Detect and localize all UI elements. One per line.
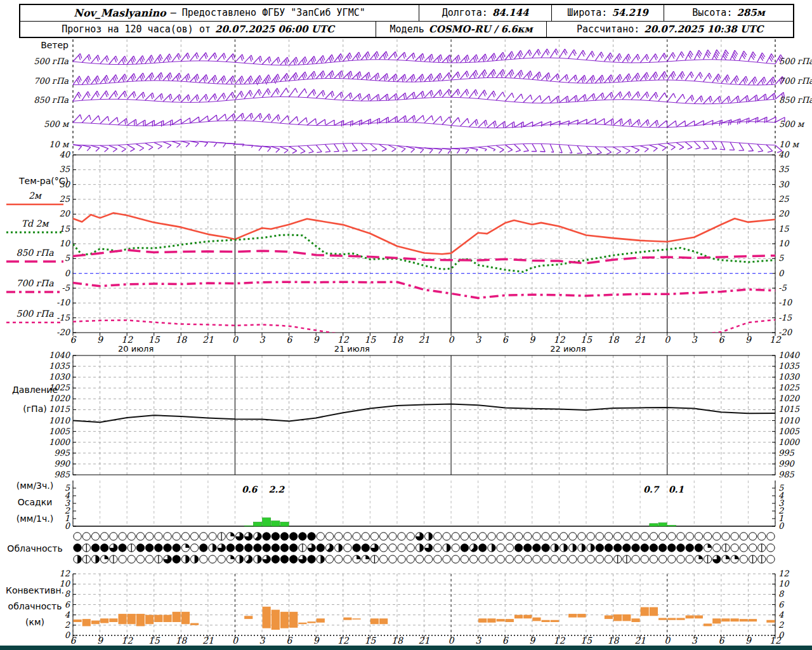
- svg-text:0.7: 0.7: [643, 484, 660, 494]
- svg-text:1010: 1010: [778, 416, 801, 425]
- svg-text:500 гПа: 500 гПа: [34, 56, 69, 66]
- svg-text:1020: 1020: [49, 394, 71, 403]
- legend-label-500: 500 гПа: [0, 308, 70, 319]
- svg-text:1030: 1030: [778, 372, 801, 381]
- svg-text:0: 0: [232, 635, 239, 646]
- svg-text:0: 0: [449, 335, 455, 345]
- svg-text:4: 4: [778, 610, 784, 620]
- svg-text:700 гПа: 700 гПа: [779, 76, 812, 86]
- precip-caption-3h: (мм/3ч.): [0, 481, 70, 491]
- svg-text:500 м: 500 м: [44, 119, 70, 129]
- svg-text:1030: 1030: [49, 372, 71, 381]
- svg-text:9: 9: [529, 335, 535, 345]
- pressure-title-line1: Давление: [0, 385, 70, 395]
- legend-label-850: 850 гПа: [0, 248, 70, 258]
- svg-text:6: 6: [718, 635, 724, 646]
- svg-text:12: 12: [553, 635, 565, 646]
- svg-text:9: 9: [313, 635, 320, 646]
- svg-text:18: 18: [391, 335, 403, 345]
- svg-text:6: 6: [718, 335, 724, 345]
- svg-text:18: 18: [175, 335, 187, 345]
- meteogram-canvas: 500 гПа500 гПа700 гПа700 гПа850 гПа850 г…: [0, 0, 812, 650]
- svg-text:20: 20: [59, 209, 70, 218]
- svg-text:12: 12: [769, 635, 782, 646]
- svg-text:0.1: 0.1: [669, 484, 684, 494]
- svg-text:18: 18: [391, 635, 403, 646]
- svg-text:500 гПа: 500 гПа: [779, 56, 812, 66]
- svg-text:21: 21: [202, 335, 214, 345]
- svg-text:3: 3: [259, 635, 266, 646]
- svg-text:21: 21: [634, 635, 646, 646]
- svg-text:0: 0: [664, 635, 671, 646]
- svg-text:6: 6: [778, 600, 785, 609]
- svg-text:3: 3: [475, 335, 481, 345]
- svg-text:2.2: 2.2: [269, 484, 285, 494]
- svg-text:0: 0: [778, 521, 785, 531]
- svg-text:850 гПа: 850 гПа: [34, 95, 69, 105]
- svg-text:35: 35: [59, 164, 70, 174]
- svg-text:3: 3: [691, 335, 698, 345]
- svg-text:15: 15: [778, 224, 789, 234]
- svg-text:0: 0: [65, 269, 71, 278]
- svg-text:6: 6: [70, 635, 77, 646]
- svg-text:0: 0: [232, 335, 239, 345]
- svg-text:10: 10: [59, 239, 70, 248]
- svg-text:21: 21: [419, 635, 430, 646]
- svg-text:1025: 1025: [778, 383, 800, 392]
- svg-text:40: 40: [59, 150, 70, 159]
- svg-text:1020: 1020: [778, 394, 801, 403]
- cloud-panel-title: Облачность: [0, 543, 70, 554]
- svg-text:15: 15: [148, 635, 160, 646]
- svg-text:1015: 1015: [778, 404, 800, 414]
- svg-text:3: 3: [691, 635, 698, 646]
- svg-text:0.6: 0.6: [242, 484, 258, 494]
- svg-text:2: 2: [778, 620, 784, 630]
- svg-text:1035: 1035: [778, 361, 800, 371]
- svg-text:10 м: 10 м: [779, 140, 800, 149]
- svg-text:1005: 1005: [49, 427, 70, 436]
- svg-text:1010: 1010: [49, 416, 71, 425]
- svg-text:9: 9: [313, 335, 320, 345]
- svg-text:40: 40: [778, 150, 790, 159]
- svg-text:9: 9: [529, 635, 535, 646]
- svg-text:-20: -20: [56, 328, 71, 337]
- svg-text:1000: 1000: [49, 437, 71, 447]
- svg-text:15: 15: [580, 335, 593, 345]
- svg-text:985: 985: [54, 470, 70, 479]
- svg-text:12: 12: [121, 335, 133, 345]
- svg-text:1005: 1005: [778, 427, 800, 436]
- svg-text:18: 18: [608, 635, 620, 646]
- svg-text:990: 990: [778, 459, 796, 468]
- svg-text:1035: 1035: [49, 361, 70, 371]
- svg-text:0: 0: [449, 635, 455, 646]
- svg-text:3: 3: [259, 335, 266, 345]
- svg-text:0: 0: [664, 335, 671, 345]
- svg-text:20 июля: 20 июля: [118, 344, 154, 354]
- svg-text:5: 5: [778, 253, 784, 263]
- svg-text:15: 15: [148, 335, 160, 345]
- svg-text:-10: -10: [56, 298, 71, 307]
- svg-text:9: 9: [97, 335, 103, 345]
- svg-text:6: 6: [286, 335, 292, 345]
- svg-text:22 июля: 22 июля: [550, 344, 586, 354]
- svg-text:21: 21: [419, 335, 430, 345]
- svg-text:10: 10: [778, 579, 790, 588]
- svg-text:850 гПа: 850 гПа: [779, 95, 812, 105]
- svg-text:9: 9: [97, 635, 103, 646]
- svg-text:12: 12: [337, 635, 350, 646]
- svg-text:12: 12: [769, 335, 782, 345]
- svg-text:-10: -10: [778, 298, 793, 307]
- svg-text:6: 6: [286, 635, 292, 646]
- precip-caption-1h: (мм/1ч.): [0, 514, 70, 524]
- conv-caption-1: Конвективн.: [0, 585, 70, 595]
- conv-caption-3: (км): [0, 617, 70, 627]
- svg-text:10: 10: [778, 239, 790, 248]
- svg-text:30: 30: [778, 180, 790, 189]
- svg-text:15: 15: [364, 335, 376, 345]
- svg-text:8: 8: [778, 589, 785, 599]
- svg-text:12: 12: [121, 635, 133, 646]
- legend-label-700: 700 гПа: [0, 278, 70, 288]
- svg-text:700 гПа: 700 гПа: [34, 76, 69, 86]
- svg-text:995: 995: [54, 448, 70, 458]
- svg-text:35: 35: [778, 164, 789, 174]
